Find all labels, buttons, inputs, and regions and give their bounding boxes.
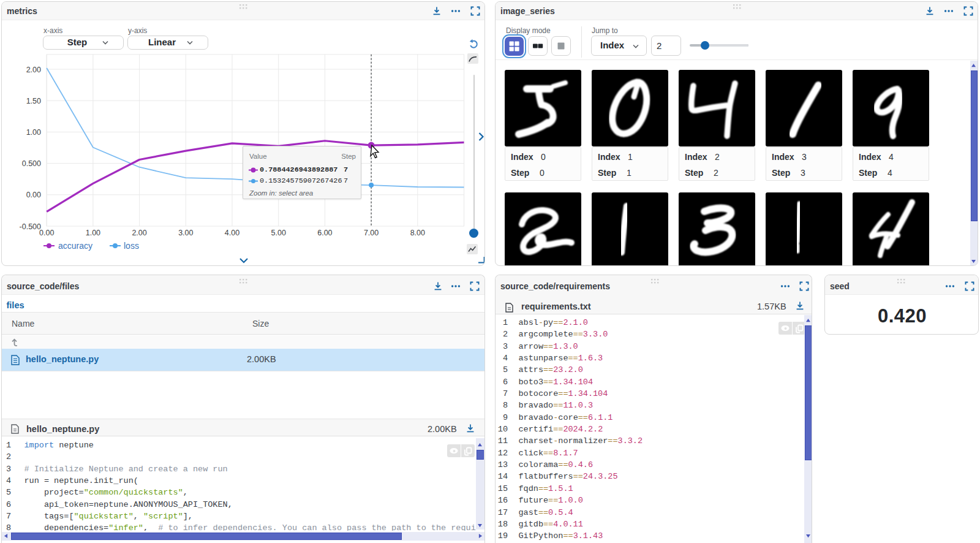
svg-text:7.00: 7.00: [364, 229, 379, 237]
svg-text:2.00: 2.00: [132, 229, 146, 237]
svg-text:0.00: 0.00: [26, 191, 41, 199]
svg-text:5.00: 5.00: [271, 229, 286, 237]
svg-text:2.00: 2.00: [26, 66, 41, 74]
svg-text:6.00: 6.00: [317, 229, 332, 237]
svg-text:4.00: 4.00: [225, 229, 239, 237]
svg-text:1.50: 1.50: [26, 97, 41, 105]
svg-text:3.00: 3.00: [178, 229, 193, 237]
svg-text:0.00: 0.00: [39, 229, 54, 237]
svg-text:1.00: 1.00: [26, 128, 41, 137]
svg-text:8.00: 8.00: [410, 229, 425, 237]
svg-text:-0.500: -0.500: [20, 222, 41, 231]
svg-text:1.00: 1.00: [86, 229, 100, 237]
svg-text:0.500: 0.500: [22, 159, 41, 168]
